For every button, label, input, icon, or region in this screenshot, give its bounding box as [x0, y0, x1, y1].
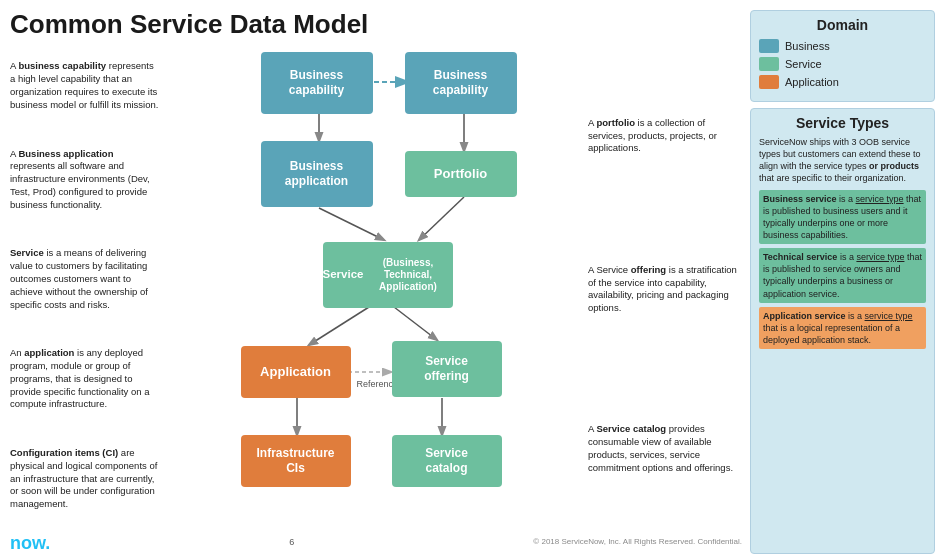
box-service-catalog: Servicecatalog	[392, 435, 502, 487]
domain-label-service: Service	[785, 58, 822, 70]
domain-box: Domain Business Service Application	[750, 10, 935, 102]
page-number: 6	[289, 537, 294, 547]
annotation-ci: Configuration items (CI) are physical an…	[10, 447, 159, 511]
service-type-technical: Technical service is a service type that…	[759, 248, 926, 303]
domain-swatch-application	[759, 75, 779, 89]
svg-line-5	[309, 307, 369, 345]
footer-row: now. 6 © 2018 ServiceNow, Inc. All Right…	[10, 527, 742, 554]
annotations-left: A business capability represents a high …	[10, 45, 165, 527]
domain-item-business: Business	[759, 39, 926, 53]
service-type-application: Application service is a service type th…	[759, 307, 926, 349]
box-business-application: Businessapplication	[261, 141, 373, 207]
annotations-right: A portfolio is a collection of services,…	[582, 45, 742, 527]
domain-title: Domain	[759, 17, 926, 33]
annotation-application: An application is any deployed program, …	[10, 347, 159, 411]
copyright: © 2018 ServiceNow, Inc. All Rights Reser…	[533, 537, 742, 546]
service-types-box: Service Types ServiceNow ships with 3 OO…	[750, 108, 935, 554]
service-type-business: Business service is a service type that …	[759, 190, 926, 245]
svg-line-4	[419, 197, 464, 240]
annotation-offering: A Service offering is a stratification o…	[588, 264, 742, 315]
svg-line-6	[394, 307, 437, 340]
right-sidebar: Domain Business Service Application Serv…	[750, 10, 935, 554]
domain-item-service: Service	[759, 57, 926, 71]
left-panel: Common Service Data Model A business cap…	[10, 10, 742, 554]
diagram-area: A business capability represents a high …	[10, 45, 742, 527]
domain-label-application: Application	[785, 76, 839, 88]
box-application: Application	[241, 346, 351, 398]
service-types-title: Service Types	[759, 115, 926, 131]
now-logo: now.	[10, 533, 50, 554]
boxes-layout: Businesscapability Businesscapability Bu…	[209, 47, 539, 502]
page-title: Common Service Data Model	[10, 10, 742, 39]
annotation-catalog: A Service catalog provides consumable vi…	[588, 423, 742, 474]
domain-item-application: Application	[759, 75, 926, 89]
box-infrastructure-cis: InfrastructureCIs	[241, 435, 351, 487]
main-container: Common Service Data Model A business cap…	[0, 0, 945, 560]
diagram-center: Businesscapability Businesscapability Bu…	[165, 45, 582, 527]
domain-swatch-business	[759, 39, 779, 53]
annotation-service: Service is a means of delivering value t…	[10, 247, 159, 311]
service-types-intro: ServiceNow ships with 3 OOB service type…	[759, 136, 926, 185]
annotation-portfolio: A portfolio is a collection of services,…	[588, 117, 742, 155]
box-service-offering: Serviceoffering	[392, 341, 502, 397]
annotation-business-app: A Business application represents all so…	[10, 148, 159, 212]
domain-label-business: Business	[785, 40, 830, 52]
domain-swatch-service	[759, 57, 779, 71]
svg-line-3	[319, 208, 384, 240]
box-business-capability-2: Businesscapability	[405, 52, 517, 114]
box-business-capability-1: Businesscapability	[261, 52, 373, 114]
annotation-capability: A business capability represents a high …	[10, 60, 159, 111]
box-portfolio: Portfolio	[405, 151, 517, 197]
box-service: Service(Business, Technical,Application)	[323, 242, 453, 308]
